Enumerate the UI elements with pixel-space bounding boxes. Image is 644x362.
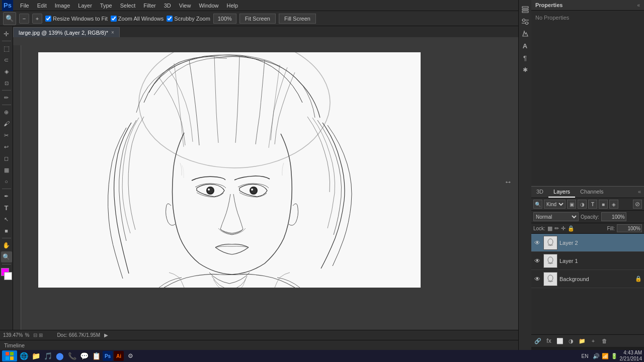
clock[interactable]: 4:43 AM 2/21/2014 [620, 350, 642, 362]
background-visibility-icon[interactable]: 👁 [533, 275, 541, 283]
blend-mode-select[interactable]: Normal [533, 212, 579, 221]
lock-transparent-icon[interactable]: ▦ [547, 225, 552, 232]
layer-filter-pixel-icon[interactable]: ▣ [567, 200, 576, 209]
menu-layer[interactable]: Layer [74, 2, 96, 10]
layer-filter-type-icon[interactable]: T [588, 200, 597, 209]
search-kind-icon[interactable]: 🔍 [533, 200, 542, 209]
taskbar-sticky-icon[interactable]: 📋 [91, 350, 102, 361]
new-group-icon[interactable]: 📁 [578, 336, 587, 345]
link-layers-icon[interactable]: 🔗 [533, 336, 542, 345]
menu-help[interactable]: Help [223, 2, 243, 10]
menu-file[interactable]: File [16, 2, 33, 10]
hand-tool[interactable]: ✋ [1, 240, 12, 251]
fill-input[interactable] [617, 224, 642, 232]
pen-tool[interactable]: ✒ [1, 191, 12, 202]
taskbar-ai-icon[interactable]: Ai [114, 351, 124, 361]
zoom-out-icon[interactable]: − [19, 14, 29, 24]
tools-icon[interactable]: ✱ [520, 64, 531, 75]
brush-tool[interactable]: 🖌 [1, 118, 12, 129]
add-style-icon[interactable]: fx [544, 336, 553, 345]
type-tool[interactable]: T [1, 202, 12, 213]
background-color[interactable] [4, 272, 12, 280]
menu-select[interactable]: Select [116, 2, 140, 10]
zoom-all-windows-checkbox[interactable]: Zoom All Windows [111, 16, 164, 22]
scrubby-zoom-checkbox[interactable]: Scrubby Zoom [167, 16, 210, 22]
path-select-tool[interactable]: ↖ [1, 214, 12, 225]
taskbar-chrome-icon[interactable]: ⬤ [54, 350, 65, 361]
move-tool[interactable]: ✛ [1, 28, 12, 39]
heal-tool[interactable]: ⊕ [1, 107, 12, 118]
opacity-input[interactable] [601, 212, 626, 221]
zoom-tool-options-icon[interactable]: 🔍 [3, 12, 16, 25]
fit-screen-button[interactable]: Fit Screen [239, 14, 276, 24]
zoom-value-input[interactable] [213, 14, 236, 24]
menu-image[interactable]: Image [51, 2, 74, 10]
start-button[interactable] [2, 350, 17, 361]
marquee-tool[interactable]: ⬚ [1, 43, 12, 54]
panel-close-icon[interactable]: « [635, 187, 644, 198]
network-icon[interactable]: 📶 [602, 353, 609, 359]
layer-filter-toggle[interactable]: ⊘ [633, 200, 642, 209]
layer1-visibility-icon[interactable]: 👁 [533, 257, 541, 265]
tab-close-button[interactable]: × [111, 30, 114, 35]
canvas-area[interactable]: ↔ [13, 37, 518, 330]
lock-all-icon[interactable]: 🔒 [568, 225, 575, 232]
gradient-tool[interactable]: ▦ [1, 164, 12, 175]
menu-window[interactable]: Window [195, 2, 222, 10]
eyedropper-tool[interactable]: ✏ [1, 92, 12, 103]
taskbar-unknown-icon[interactable]: ⚙ [125, 350, 136, 361]
layer-row-layer2[interactable]: 👁 Layer 2 [531, 234, 644, 252]
lock-position-icon[interactable]: ✛ [561, 225, 566, 232]
add-mask-icon[interactable]: ⬜ [555, 336, 565, 345]
layer-row-layer1[interactable]: 👁 Layer 1 [531, 252, 644, 270]
zoom-up-icon[interactable]: ⊞ [39, 332, 43, 338]
quick-select-tool[interactable]: ◈ [1, 66, 12, 77]
layer-filter-adjust-icon[interactable]: ◑ [578, 200, 587, 209]
paragraph-icon[interactable]: ¶ [520, 52, 531, 63]
taskbar-viber-icon[interactable]: 📞 [66, 350, 77, 361]
zoom-in-icon[interactable]: + [32, 14, 42, 24]
menu-view[interactable]: View [175, 2, 195, 10]
style-icon[interactable] [520, 28, 531, 39]
menu-3d[interactable]: 3D [160, 2, 175, 10]
taskbar-skype-icon[interactable]: 💬 [78, 350, 90, 361]
menu-type[interactable]: Type [96, 2, 116, 10]
clone-tool[interactable]: ✂ [1, 130, 12, 141]
layer-filter-smart-icon[interactable]: ◈ [609, 200, 618, 209]
lasso-tool[interactable]: ⊂ [1, 54, 12, 65]
menu-filter[interactable]: Filter [139, 2, 159, 10]
tab-channels[interactable]: Channels [575, 187, 608, 198]
crop-tool[interactable]: ⊡ [1, 77, 12, 88]
new-adjustment-icon[interactable]: ◑ [567, 336, 576, 345]
shape-tool[interactable]: ■ [1, 225, 12, 236]
history-brush-tool[interactable]: ↩ [1, 141, 12, 152]
panel-collapse-icon[interactable]: « [637, 3, 640, 8]
properties-icon[interactable] [520, 4, 531, 15]
lock-image-icon[interactable]: ✏ [554, 225, 559, 232]
fill-screen-button[interactable]: Fill Screen [279, 14, 316, 24]
battery-icon[interactable]: 🔋 [611, 353, 618, 359]
adjust-icon[interactable] [520, 16, 531, 27]
tab-layers[interactable]: Layers [548, 187, 575, 198]
layer-row-background[interactable]: 👁 Background 🔒 [531, 270, 644, 288]
zoom-tool[interactable]: 🔍 [1, 251, 12, 262]
eraser-tool[interactable]: ◻ [1, 153, 12, 164]
volume-icon[interactable]: 🔊 [593, 353, 600, 359]
taskbar-explorer-icon[interactable]: 📁 [30, 350, 41, 361]
taskbar-ie-icon[interactable]: 🌐 [18, 350, 29, 361]
menu-edit[interactable]: Edit [33, 2, 51, 10]
delete-layer-icon[interactable]: 🗑 [600, 336, 609, 345]
text-icon[interactable]: A [520, 40, 531, 51]
layer-filter-shape-icon[interactable]: ■ [599, 200, 608, 209]
resize-handle[interactable]: ↔ [504, 177, 512, 187]
zoom-down-icon[interactable]: ⊟ [33, 332, 37, 338]
taskbar-ps-icon[interactable]: Ps [103, 351, 113, 361]
taskbar-media-icon[interactable]: 🎵 [42, 350, 53, 361]
document-tab[interactable]: large.jpg @ 139% (Layer 2, RGB/8)* × [13, 27, 120, 37]
resize-windows-checkbox[interactable]: Resize Windows to Fit [45, 16, 108, 22]
doc-info-expand[interactable]: ▶ [104, 332, 108, 338]
kind-select[interactable]: Kind [544, 200, 566, 209]
new-layer-icon[interactable]: + [589, 336, 598, 345]
layer2-visibility-icon[interactable]: 👁 [533, 239, 541, 247]
dodge-tool[interactable]: ○ [1, 176, 12, 187]
